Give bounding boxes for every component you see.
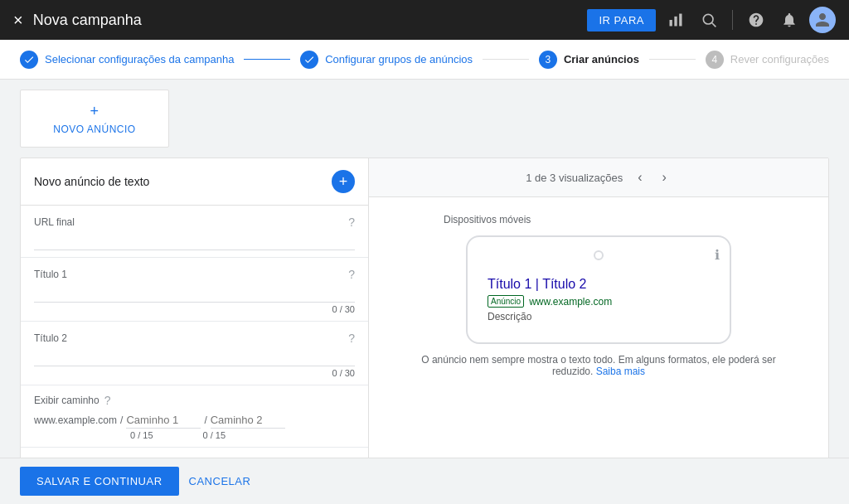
- step-1-check: [20, 51, 38, 69]
- titulo2-label: Título 2: [34, 332, 67, 344]
- titulo2-field: Título 2 ? 0 / 30: [21, 322, 368, 385]
- plus-icon: +: [90, 103, 99, 120]
- path-label: Exibir caminho: [34, 395, 99, 406]
- ad-title-sep: |: [536, 277, 542, 291]
- bell-icon[interactable]: [776, 8, 803, 32]
- step-connector-3: [649, 59, 696, 60]
- close-icon[interactable]: ×: [13, 11, 23, 30]
- form-left: Novo anúncio de texto + URL final ? Títu…: [21, 158, 369, 458]
- step-2-label: Configurar grupos de anúncios: [325, 53, 473, 65]
- titulo1-label: Título 1: [34, 269, 67, 280]
- url-final-field: URL final ?: [21, 206, 368, 258]
- app-header: × Nova campanha IR PARA: [0, 0, 849, 40]
- url-final-input[interactable]: [34, 232, 355, 250]
- salvar-continuar-button[interactable]: SALVAR E CONTINUAR: [20, 467, 179, 496]
- step-4-label: Rever configurações: [730, 53, 829, 65]
- titulo2-counter: 0 / 30: [34, 368, 355, 378]
- header-separator: [732, 10, 733, 30]
- step-2: Configurar grupos de anúncios: [300, 51, 473, 69]
- search-icon[interactable]: [696, 8, 722, 32]
- form-right: 1 de 3 visualizações ‹ › Dispositivos mó…: [369, 158, 828, 458]
- ad-url-row: Anúncio www.example.com: [488, 295, 710, 308]
- help-icon[interactable]: [743, 8, 769, 32]
- avatar[interactable]: [809, 7, 836, 33]
- page-title: Nova campanha: [33, 12, 588, 29]
- new-ad-label: NOVO ANÚNCIO: [53, 124, 135, 135]
- svg-line-4: [712, 23, 716, 27]
- path-field: Exibir caminho ? www.example.com / / 0 /…: [21, 385, 368, 448]
- titulo1-counter: 0 / 30: [34, 304, 355, 314]
- titulo1-input[interactable]: [34, 284, 355, 303]
- step-1-label: Selecionar configurações da campanha: [45, 53, 234, 65]
- step-connector-2: [483, 59, 529, 60]
- path-base: www.example.com: [34, 414, 117, 426]
- ir-para-button[interactable]: IR PARA: [587, 9, 656, 32]
- form-section: Novo anúncio de texto + URL final ? Títu…: [20, 158, 829, 458]
- stepper: Selecionar configurações da campanha Con…: [0, 40, 849, 80]
- main-content: + NOVO ANÚNCIO Novo anúncio de texto + U…: [0, 80, 849, 458]
- path-caminho1-input[interactable]: [126, 412, 201, 429]
- titulo2-help-icon[interactable]: ?: [348, 332, 355, 345]
- step-connector-1: [244, 59, 290, 60]
- svg-rect-0: [670, 20, 672, 27]
- form-add-button[interactable]: +: [332, 170, 355, 193]
- path-counter2: 0 / 15: [203, 430, 226, 440]
- svg-rect-1: [674, 17, 677, 27]
- ad-list-area: + NOVO ANÚNCIO: [0, 80, 849, 148]
- step-4: 4 Rever configurações: [706, 51, 829, 69]
- url-final-label: URL final: [34, 216, 75, 228]
- bottom-bar: SALVAR E CONTINUAR CANCELAR: [0, 458, 849, 504]
- ad-badge: Anúncio: [488, 295, 524, 308]
- new-ad-button[interactable]: + NOVO ANÚNCIO: [20, 90, 169, 148]
- titulo2-input[interactable]: [34, 348, 355, 366]
- ad-titulo2-link[interactable]: Título 2: [542, 277, 586, 291]
- device-label: Dispositivos móveis: [444, 214, 531, 225]
- info-icon[interactable]: ℹ: [715, 247, 720, 263]
- ad-description: Descrição: [488, 311, 710, 322]
- form-title: Novo anúncio de texto: [34, 175, 149, 188]
- path-counter1: 0 / 15: [130, 430, 153, 440]
- preview-header: 1 de 3 visualizações ‹ ›: [369, 158, 828, 197]
- svg-point-3: [703, 14, 713, 24]
- mobile-notch: [594, 250, 604, 260]
- ad-preview: Título 1 | Título 2 Anúncio www.example.…: [481, 270, 716, 329]
- url-final-help-icon[interactable]: ?: [348, 216, 355, 229]
- preview-note: O anúncio nem sempre mostra o texto todo…: [402, 354, 795, 377]
- form-header: Novo anúncio de texto +: [21, 158, 368, 206]
- preview-prev-button[interactable]: ‹: [633, 168, 647, 187]
- step-3-label: Criar anúncios: [564, 53, 639, 65]
- step-1: Selecionar configurações da campanha: [20, 51, 234, 69]
- descricao-field: Descrição ? 0 / 80: [21, 448, 368, 458]
- titulo1-help-icon[interactable]: ?: [348, 268, 355, 281]
- svg-rect-2: [679, 14, 682, 27]
- path-caminho2-input[interactable]: [211, 412, 285, 429]
- ad-titulo1-link[interactable]: Título 1: [488, 277, 531, 291]
- step-4-number: 4: [706, 51, 724, 69]
- preview-nav-text: 1 de 3 visualizações: [526, 172, 623, 184]
- step-3: 3 Criar anúncios: [539, 51, 639, 69]
- step-3-number: 3: [539, 51, 557, 69]
- preview-body: Dispositivos móveis Título 1 | Título 2 …: [369, 197, 828, 458]
- path-help-icon[interactable]: ?: [104, 394, 111, 407]
- saiba-mais-link[interactable]: Saiba mais: [596, 366, 645, 377]
- ad-url: www.example.com: [529, 296, 612, 308]
- preview-next-button[interactable]: ›: [657, 168, 672, 187]
- header-actions: IR PARA: [587, 7, 836, 33]
- cancelar-button[interactable]: CANCELAR: [189, 475, 251, 487]
- mobile-preview: Título 1 | Título 2 Anúncio www.example.…: [466, 235, 731, 344]
- path-sep2: /: [204, 414, 206, 426]
- path-sep1: /: [120, 414, 123, 426]
- chart-icon[interactable]: [662, 8, 689, 32]
- step-2-check: [300, 51, 318, 69]
- titulo1-field: Título 1 ? 0 / 30: [21, 258, 368, 322]
- ad-title: Título 1 | Título 2: [488, 277, 710, 292]
